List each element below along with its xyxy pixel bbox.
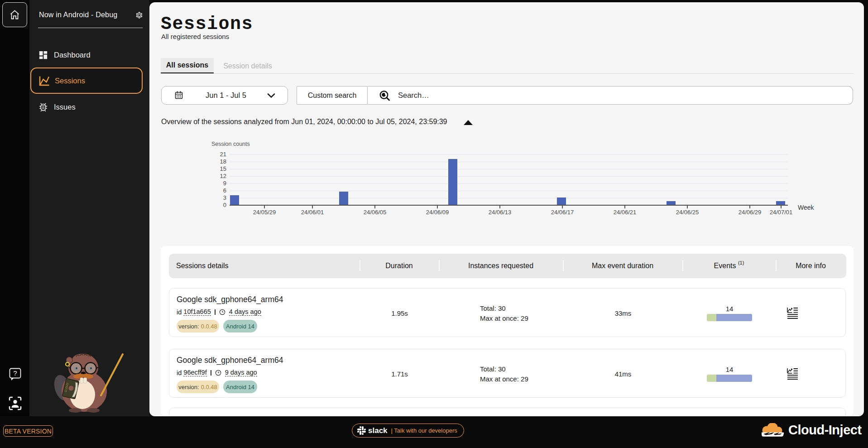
svg-text:?: ?	[13, 369, 17, 377]
